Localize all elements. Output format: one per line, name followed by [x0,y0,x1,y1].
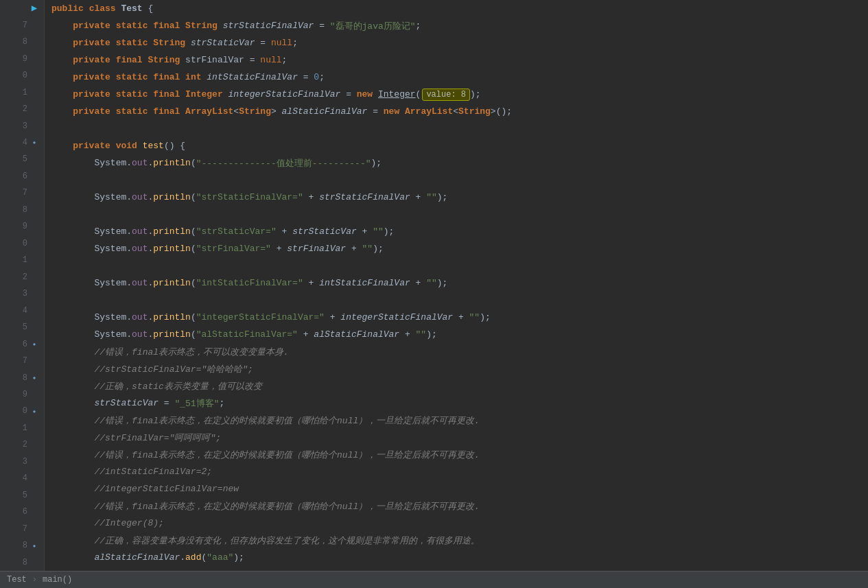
line-number: 8 [14,541,27,550]
comment: //正确，static表示类变量，值可以改变 [94,380,261,392]
variable: intStaticFinalVar [207,72,298,82]
empty-icon [30,290,38,298]
empty-icon [30,222,38,231]
keyword: final [153,72,180,82]
code-line [51,292,868,309]
line-number: 2 [14,272,27,282]
method-name: test [143,141,164,151]
string: "_51博客" [174,397,219,410]
code-line: System.out.println("integerStaticFinalVa… [51,309,868,326]
breadcrumb-main: main() [43,575,72,585]
line-number: 3 [14,289,27,298]
gutter-row: 3 [0,285,44,302]
gutter-row: 2 [0,101,44,117]
code-content[interactable]: public class Test { private static final… [45,0,868,571]
comment: //错误，final表示终态，在定义的时候就要初值（哪怕给个null），一旦给定… [94,414,480,427]
keyword: static [116,106,148,117]
gutter-row: 5 [0,151,44,167]
tooltip: value: 8 [422,89,470,101]
code-line: strStaticVar = "_51博客"; [51,395,868,412]
gutter-row: 3 [0,117,44,134]
type: ArrayList [185,106,233,117]
gutter-row: 4 ⬥ [0,134,44,151]
string: "--------------值处理前----------" [196,157,371,169]
empty-icon [30,357,38,365]
gutter-row: 0 [0,67,44,84]
bottom-bar: Test › main() [0,571,868,588]
line-number: 7 [14,524,27,534]
empty-icon [30,206,38,214]
comment: //integerStaticFinalVar=new [94,484,239,494]
gutter-row: 2 [0,436,44,453]
empty-icon [30,440,38,449]
comment: //strStaticFinalVar="哈哈哈哈"; [94,363,253,375]
line-number: 6 [14,340,27,349]
keyword: private [73,38,110,48]
variable: strStaticVar [94,398,159,408]
gutter: ▶ 7 8 9 0 1 2 [0,0,45,571]
comment: //intStaticFinalVar=2; [94,467,212,477]
code-line: private static final String strStaticFin… [51,17,868,34]
keyword: void [116,141,137,151]
variable: integerStaticFinalVar [228,89,341,99]
keyword: static [116,21,148,31]
bookmark-icon: ⬥ [30,407,38,415]
gutter-row: 8 ⬥ [0,369,44,386]
empty-icon [30,38,38,46]
code-line: //intStaticFinalVar=2; [51,463,868,480]
comment: //strFinalVar="呵呵呵呵"; [94,432,221,444]
type: String [185,21,218,31]
type: Integer [185,89,223,99]
class-ref: System [94,158,126,168]
code-line: System.out.println("--------------值处理前--… [51,154,868,172]
code-line: //integerStaticFinalVar=new [51,480,868,497]
code-line: private static final ArrayList<String> a… [51,103,868,120]
keyword: static [116,72,148,82]
gutter-row: 8 [0,202,44,218]
variable: alStaticFinalVar [94,552,180,563]
breadcrumb-separator: › [32,575,37,585]
line-number: 0 [14,406,27,416]
line-number: 0 [14,71,27,80]
gutter-row: 8 ⬥ [0,537,44,554]
gutter-row: 6 [0,168,44,185]
empty-icon [30,273,38,281]
gutter-row: 6 ⬥ [0,336,44,352]
line-number: 6 [14,172,27,181]
variable: alStaticFinalVar [282,106,368,117]
gutter-row: 0 [0,235,44,252]
code-line: System.out.println("strStaticFinalVar=" … [51,189,868,206]
keyword: static [116,89,148,99]
bookmark-icon: ⬥ [30,541,38,550]
empty-icon [30,21,38,30]
gutter-row: 1 [0,252,44,268]
class-ref: System [94,192,126,202]
line-number: 5 [14,322,27,332]
keyword: private [73,106,110,117]
keyword: private [73,89,110,99]
empty-icon [30,458,38,466]
code-area: ▶ 7 8 9 0 1 2 [0,0,868,571]
code-line: //错误，final表示终态，在定义的时候就要初值（哪怕给个null），一旦给定… [51,412,868,429]
code-line: System.out.println("strStaticVar=" + str… [51,223,868,240]
keyword: private [73,141,110,151]
field: out [132,158,148,168]
line-number: 4 [14,138,27,148]
bookmark-icon: ⬥ [30,340,38,349]
method-call: println [153,158,191,168]
bookmark-icon: ⬥ [30,374,38,382]
string-literal: "磊哥的java历险记" [330,20,416,32]
gutter-row: 7 [0,521,44,537]
line-number: 5 [14,154,27,164]
gutter-row: 4 [0,470,44,486]
line-number: 4 [14,473,27,483]
code-line: //错误，final表示终态，在定义的时候就要初值（哪怕给个null），一旦给定… [51,446,868,463]
gutter-row: 9 [0,386,44,403]
code-line: System.out.println("intStaticFinalVar=" … [51,274,868,292]
code-line: //错误，final表示终态，不可以改变变量本身. [51,343,868,360]
code-line: //strStaticFinalVar="哈哈哈哈"; [51,360,868,377]
code-line: //正确，static表示类变量，值可以改变 [51,377,868,395]
keyword: public [51,3,84,14]
code-line [51,206,868,223]
code-line: public class Test { [51,0,868,17]
